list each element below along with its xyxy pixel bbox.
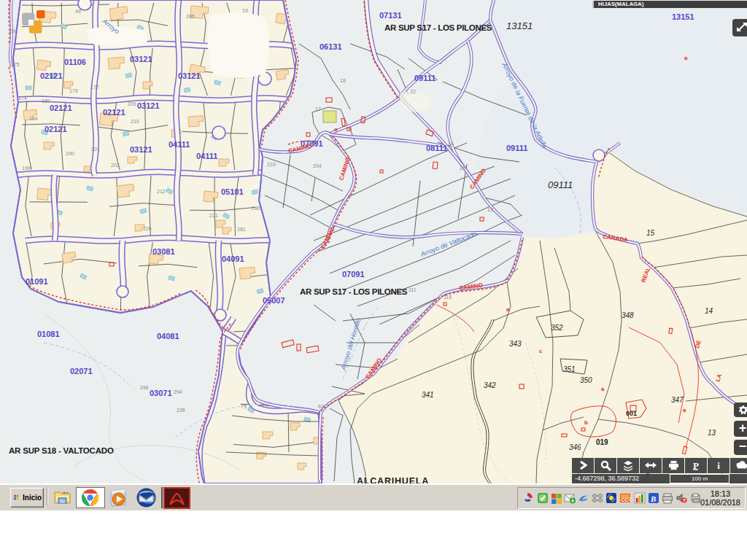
svg-text:09111: 09111 — [506, 144, 527, 152]
svg-text:281: 281 — [237, 227, 246, 232]
svg-text:03121: 03121 — [130, 55, 152, 63]
svg-text:AR SUP S18 - VALTOCADO: AR SUP S18 - VALTOCADO — [9, 446, 114, 455]
svg-text:346: 346 — [569, 443, 581, 451]
svg-text:25: 25 — [460, 166, 465, 171]
svg-text:347: 347 — [671, 396, 684, 404]
svg-text:13: 13 — [487, 207, 493, 212]
svg-text:09111: 09111 — [548, 179, 573, 190]
svg-text:350: 350 — [580, 376, 592, 384]
svg-text:08111: 08111 — [426, 144, 447, 152]
svg-text:ALCARIHUELA: ALCARIHUELA — [357, 476, 429, 483]
svg-text:02071: 02071 — [70, 367, 93, 376]
svg-text:02121: 02121 — [44, 125, 67, 133]
svg-text:13151: 13151 — [672, 12, 694, 21]
svg-text:06131: 06131 — [320, 42, 342, 51]
svg-text:204: 204 — [313, 163, 322, 168]
svg-text:CC©: CC© — [622, 497, 632, 502]
svg-text:18: 18 — [340, 78, 346, 83]
svg-text:019: 019 — [596, 438, 608, 446]
svg-text:05101: 05101 — [221, 187, 244, 196]
svg-text:05007: 05007 — [263, 296, 285, 305]
svg-text:343: 343 — [509, 340, 522, 348]
svg-text:03121: 03121 — [130, 145, 152, 154]
svg-text:24: 24 — [448, 141, 454, 147]
svg-text:174: 174 — [18, 96, 27, 101]
svg-text:02121: 02121 — [103, 108, 125, 117]
svg-text:296: 296 — [140, 385, 149, 390]
svg-text:a: a — [601, 386, 605, 392]
svg-text:177: 177 — [90, 85, 99, 90]
svg-text:a: a — [683, 407, 686, 413]
svg-text:209: 209 — [128, 101, 136, 106]
svg-text:09111: 09111 — [414, 74, 436, 82]
svg-text:22: 22 — [410, 89, 416, 94]
svg-text:19: 19 — [242, 8, 248, 13]
svg-text:111: 111 — [409, 287, 417, 292]
svg-text:212: 212 — [157, 189, 166, 194]
svg-text:342: 342 — [484, 381, 496, 389]
svg-text:201: 201 — [91, 147, 100, 152]
svg-text:02121: 02121 — [50, 104, 72, 112]
svg-text:14: 14 — [705, 307, 713, 315]
svg-text:04111: 04111 — [169, 140, 190, 149]
svg-text:02121: 02121 — [40, 71, 63, 80]
svg-text:01081: 01081 — [37, 330, 60, 338]
svg-text:226: 226 — [143, 226, 152, 231]
svg-text:13: 13 — [708, 429, 716, 437]
svg-text:B: B — [650, 494, 656, 503]
svg-text:c: c — [539, 348, 543, 354]
svg-text:285: 285 — [186, 14, 195, 19]
svg-text:179: 179 — [69, 88, 78, 93]
svg-text:a: a — [684, 55, 688, 61]
svg-text:04091: 04091 — [222, 254, 244, 263]
svg-text:250: 250 — [9, 28, 18, 34]
svg-text:03071: 03071 — [150, 389, 172, 397]
svg-text:AR SUP S17 - LOS PILONES: AR SUP S17 - LOS PILONES — [300, 287, 408, 296]
svg-text:a: a — [506, 306, 510, 313]
svg-text:17: 17 — [315, 106, 321, 112]
svg-text:73: 73 — [241, 404, 247, 409]
svg-text:184: 184 — [29, 116, 38, 121]
svg-text:115: 115 — [444, 295, 452, 300]
svg-text:202: 202 — [111, 163, 120, 168]
svg-text:352: 352 — [551, 324, 563, 332]
svg-text:01106: 01106 — [64, 58, 86, 66]
svg-text:49: 49 — [75, 9, 81, 14]
svg-text:351: 351 — [563, 365, 576, 373]
svg-text:294: 294 — [174, 389, 182, 394]
svg-text:03121: 03121 — [137, 101, 160, 110]
svg-text:03121: 03121 — [178, 71, 201, 80]
svg-text:15: 15 — [646, 229, 655, 237]
svg-text:07131: 07131 — [379, 11, 402, 20]
svg-text:o: o — [334, 126, 338, 133]
svg-text:219: 219 — [267, 162, 276, 167]
svg-text:AR SUP S17 - LOS PILONES: AR SUP S17 - LOS PILONES — [384, 23, 492, 32]
svg-text:001: 001 — [626, 410, 637, 417]
svg-text:03081: 03081 — [152, 247, 175, 256]
svg-text:175: 175 — [11, 62, 20, 67]
svg-text:04081: 04081 — [157, 332, 179, 341]
svg-text:63: 63 — [318, 404, 324, 409]
svg-text:13151: 13151 — [506, 20, 533, 31]
svg-text:b: b — [584, 419, 588, 426]
svg-text:199: 199 — [22, 166, 31, 171]
svg-text:341: 341 — [422, 391, 434, 399]
svg-text:07091: 07091 — [342, 270, 365, 279]
svg-text:200: 200 — [66, 151, 74, 156]
svg-text:04111: 04111 — [196, 152, 217, 160]
svg-text:221: 221 — [209, 213, 218, 218]
svg-text:210: 210 — [131, 119, 139, 124]
svg-text:295: 295 — [177, 408, 185, 413]
svg-text:348: 348 — [622, 311, 634, 319]
svg-text:280: 280 — [252, 206, 260, 211]
svg-text:01091: 01091 — [26, 277, 48, 286]
svg-text:180: 180 — [42, 98, 50, 104]
